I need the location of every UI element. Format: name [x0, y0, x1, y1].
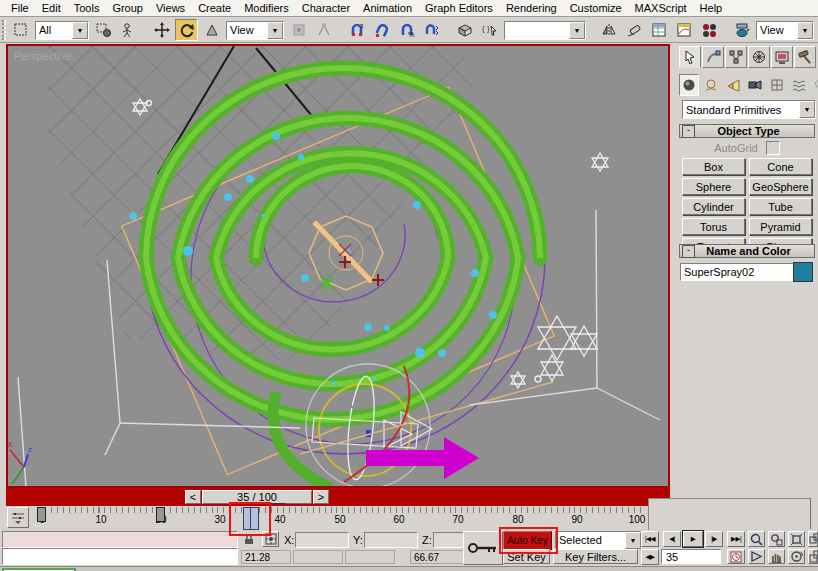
current-frame-field[interactable]: 35 — [661, 549, 721, 564]
mirror-icon[interactable] — [597, 19, 620, 41]
select-manipulate-icon[interactable] — [312, 19, 335, 41]
absolute-offset-toggle-icon[interactable] — [262, 531, 279, 547]
macro-recorder-line[interactable] — [2, 531, 238, 548]
menu-views[interactable]: Views — [150, 1, 192, 15]
select-by-name-icon[interactable] — [117, 19, 140, 41]
percent-snap-icon[interactable]: % — [395, 19, 418, 41]
object-color-swatch[interactable] — [793, 262, 813, 282]
select-rotate-icon[interactable] — [175, 19, 198, 41]
lights-icon[interactable] — [723, 74, 743, 96]
selection-filter-dropdown[interactable]: All ▼ — [35, 21, 89, 40]
select-move-icon[interactable] — [150, 19, 173, 41]
tube-button[interactable]: Tube — [749, 198, 812, 215]
menu-file[interactable]: File — [5, 1, 36, 15]
menu-rendering[interactable]: Rendering — [500, 1, 564, 15]
chevron-down-icon[interactable]: ▼ — [569, 22, 585, 39]
named-selection-sets-icon[interactable]: { } — [478, 19, 501, 41]
space-warps-icon[interactable] — [789, 74, 809, 96]
selection-region-icon[interactable] — [9, 19, 32, 41]
time-slider-next-button[interactable]: > — [313, 490, 329, 504]
render-type-dropdown[interactable]: View ▼ — [756, 21, 814, 40]
cameras-icon[interactable] — [745, 74, 765, 96]
tab-motion-icon[interactable] — [748, 46, 770, 68]
menu-animation[interactable]: Animation — [357, 1, 419, 15]
arc-rotate-icon[interactable] — [788, 549, 805, 564]
current-frame-indicator[interactable] — [243, 507, 259, 530]
menu-character[interactable]: Character — [296, 1, 357, 15]
select-object-icon[interactable] — [92, 19, 115, 41]
reference-coordsys-dropdown[interactable]: View ▼ — [226, 21, 284, 40]
cylinder-button[interactable]: Cylinder — [682, 198, 745, 215]
time-slider-track[interactable]: < 35 / 100 > — [6, 488, 670, 506]
previous-frame-icon[interactable]: ◀| — [663, 531, 681, 547]
zoom-icon[interactable] — [748, 531, 765, 547]
maxscript-listener-line[interactable] — [2, 548, 238, 565]
time-configuration-icon[interactable] — [727, 549, 745, 564]
selection-lock-icon[interactable] — [241, 532, 257, 546]
tab-modify-icon[interactable] — [702, 46, 724, 68]
angle-snap-icon[interactable] — [370, 19, 393, 41]
selection-set-dropdown[interactable]: Selected ▼ — [555, 531, 642, 549]
spinner-snap-icon[interactable] — [420, 19, 443, 41]
select-scale-icon[interactable] — [200, 19, 223, 41]
named-selection-dropdown[interactable]: ▼ — [504, 21, 586, 40]
play-animation-icon[interactable]: ▶ — [683, 531, 703, 547]
track-bar[interactable]: 0 10 20 30 40 50 60 70 80 90 100 — [0, 506, 818, 530]
set-keys-key-icon[interactable] — [463, 531, 503, 565]
use-pivot-center-icon[interactable] — [287, 19, 310, 41]
min-max-toggle-icon[interactable] — [808, 549, 818, 564]
y-coord-field[interactable] — [364, 532, 418, 548]
snap-toggle-3d-icon[interactable]: 3 — [345, 19, 368, 41]
menu-edit[interactable]: Edit — [36, 1, 68, 15]
menu-customize[interactable]: Customize — [564, 1, 629, 15]
keyframe-marker-20[interactable] — [156, 507, 165, 522]
tab-create-icon[interactable] — [679, 46, 701, 68]
key-mode-toggle-icon[interactable]: ◀▶ — [641, 549, 659, 565]
chevron-down-icon[interactable]: ▼ — [72, 22, 88, 39]
geometry-icon[interactable] — [679, 74, 699, 96]
go-to-start-icon[interactable]: |◀◀ — [641, 531, 659, 547]
x-coord-field[interactable] — [295, 532, 349, 548]
zoom-extents-icon[interactable] — [788, 531, 805, 547]
zoom-all-icon[interactable] — [768, 531, 785, 547]
chevron-down-icon[interactable]: ▼ — [625, 532, 641, 549]
name-color-rollout-header[interactable]: - Name and Color — [679, 244, 815, 258]
render-scene-icon[interactable] — [730, 19, 753, 41]
menu-group[interactable]: Group — [106, 1, 150, 15]
geosphere-button[interactable]: GeoSphere — [749, 178, 812, 195]
keyframe-marker-0[interactable] — [37, 507, 46, 522]
menu-maxscript[interactable]: MAXScript — [629, 1, 694, 15]
menu-tools[interactable]: Tools — [68, 1, 107, 15]
menu-help[interactable]: Help — [694, 1, 730, 15]
box-button[interactable]: Box — [682, 158, 745, 175]
object-name-input[interactable]: SuperSpray02 — [680, 263, 795, 281]
cone-button[interactable]: Cone — [749, 158, 812, 175]
align-icon[interactable] — [622, 19, 645, 41]
menu-modifiers[interactable]: Modifiers — [238, 1, 296, 15]
chevron-down-icon[interactable]: ▼ — [799, 101, 815, 118]
tab-display-icon[interactable] — [771, 46, 793, 68]
go-to-end-icon[interactable]: ▶▶| — [727, 531, 745, 547]
pyramid-button[interactable]: Pyramid — [749, 218, 812, 235]
next-frame-icon[interactable]: |▶ — [705, 531, 723, 547]
tab-hierarchy-icon[interactable] — [725, 46, 747, 68]
time-slider-prev-button[interactable]: < — [185, 490, 201, 504]
curve-editor-icon[interactable] — [672, 19, 695, 41]
time-slider-handle[interactable]: 35 / 100 — [202, 490, 312, 504]
menu-graph-editors[interactable]: Graph Editors — [419, 1, 500, 15]
helpers-icon[interactable] — [767, 74, 787, 96]
tab-utilities-icon[interactable] — [794, 46, 816, 68]
primitive-category-dropdown[interactable]: Standard Primitives ▼ — [682, 100, 816, 119]
toolbar-grip[interactable] — [2, 20, 6, 40]
field-of-view-icon[interactable] — [748, 549, 765, 564]
sphere-button[interactable]: Sphere — [682, 178, 745, 195]
shapes-icon[interactable] — [701, 74, 721, 96]
systems-icon[interactable] — [811, 74, 818, 96]
chevron-down-icon[interactable]: ▼ — [797, 22, 813, 39]
mini-curve-editor-icon[interactable] — [7, 507, 29, 528]
zoom-extents-all-icon[interactable] — [808, 531, 818, 547]
pan-hand-icon[interactable] — [768, 549, 785, 564]
object-type-rollout-header[interactable]: - Object Type — [679, 124, 815, 138]
material-editor-icon[interactable] — [697, 19, 720, 41]
key-filters-button[interactable]: Key Filters... — [553, 549, 638, 564]
